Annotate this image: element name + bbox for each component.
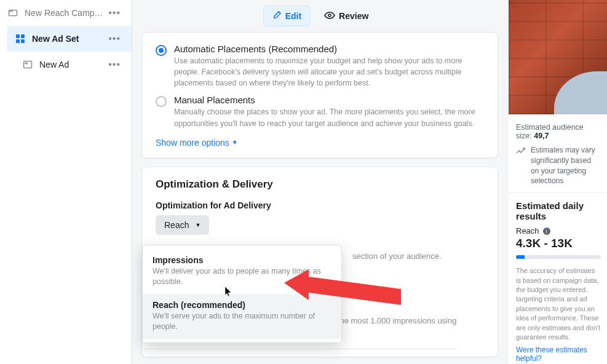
placements-card: Automatic Placements (Recommended) Use a… — [141, 32, 498, 158]
dropdown-option-reach[interactable]: Reach (recommended) We'll serve your ads… — [143, 294, 341, 339]
reach-progress-fill — [516, 255, 525, 259]
edit-button[interactable]: Edit — [263, 6, 311, 26]
sidebar-item-campaign[interactable]: New Reach Campai… ••• — [0, 0, 132, 26]
reach-range: 4.3K - 13K — [516, 237, 601, 250]
placement-manual-option[interactable]: Manual Placements Manually choose the pl… — [156, 95, 484, 129]
preview-thumbnail — [509, 0, 607, 114]
caret-down-icon: ▼ — [195, 222, 200, 228]
opt-field-label: Optimization for Ad Delivery — [156, 200, 484, 210]
manual-placements-desc: Manually choose the places to show your … — [174, 106, 482, 129]
section-title: Optimization & Delivery — [156, 178, 484, 191]
svg-rect-5 — [24, 61, 32, 68]
svg-rect-2 — [21, 34, 25, 38]
review-label: Review — [339, 11, 368, 21]
main-panel: Automatic Placements (Recommended) Use a… — [141, 32, 498, 364]
svg-rect-4 — [21, 39, 25, 43]
right-panel: Estimated audience size: 49,7 Estimates … — [509, 0, 607, 364]
radio-checked-icon[interactable] — [156, 45, 167, 56]
daily-results-section: Estimated daily results Reach i 4.3K - 1… — [509, 192, 607, 364]
review-button[interactable]: Review — [318, 7, 375, 26]
sidebar-item-label: New Ad Set — [32, 34, 105, 44]
estimate-variance-note: Estimates may vary significantly based o… — [516, 145, 601, 186]
grid-icon — [15, 33, 26, 44]
daily-results-title: Estimated daily results — [516, 200, 601, 221]
svg-point-7 — [328, 14, 331, 17]
sidebar-item-label: New Reach Campai… — [25, 8, 105, 18]
reach-label: Reach i — [516, 226, 601, 235]
radio-unchecked-icon[interactable] — [156, 96, 167, 107]
sidebar-item-adset[interactable]: New Ad Set ••• — [7, 26, 132, 52]
ad-icon — [22, 59, 33, 70]
trend-icon — [516, 146, 526, 155]
more-icon[interactable]: ••• — [105, 32, 124, 46]
dropdown-option-impressions[interactable]: Impressions We'll deliver your ads to pe… — [143, 249, 341, 294]
audience-hint-text: section of your audience. — [352, 251, 442, 261]
auto-placements-title: Automatic Placements (Recommended) — [174, 44, 482, 54]
audience-size-section: Estimated audience size: 49,7 Estimates … — [509, 114, 607, 192]
placement-auto-option[interactable]: Automatic Placements (Recommended) Use a… — [156, 44, 484, 89]
audience-size-row: Estimated audience size: 49,7 — [516, 123, 601, 140]
manual-placements-title: Manual Placements — [174, 95, 482, 105]
svg-rect-6 — [25, 63, 28, 65]
sidebar-item-label: New Ad — [39, 60, 105, 69]
left-nav: New Reach Campai… ••• New Ad Set ••• New… — [0, 0, 132, 364]
accuracy-disclaimer: The accuracy of estimates is based on ca… — [516, 266, 601, 342]
more-icon[interactable]: ••• — [105, 58, 124, 71]
select-value: Reach — [164, 220, 189, 230]
optimization-select[interactable]: Reach ▼ — [156, 215, 209, 235]
estimates-helpful-link[interactable]: Were these estimates helpful? — [516, 346, 601, 363]
caret-down-icon: ▼ — [232, 139, 238, 146]
edit-label: Edit — [285, 11, 301, 21]
optimization-delivery-card: Optimization & Delivery Optimization for… — [141, 167, 498, 357]
folder-icon — [7, 7, 18, 18]
info-icon[interactable]: i — [543, 228, 550, 235]
auto-placements-desc: Use automatic placements to maximize you… — [174, 55, 482, 89]
reach-progress-bar — [516, 255, 601, 259]
eye-icon — [324, 11, 335, 22]
top-actions: Edit Review — [141, 4, 496, 28]
more-icon[interactable]: ••• — [105, 6, 124, 20]
show-more-options-link[interactable]: Show more options ▼ — [156, 138, 238, 148]
svg-rect-3 — [16, 39, 20, 43]
person-shoulder — [554, 71, 607, 114]
optimization-dropdown: Impressions We'll deliver your ads to pe… — [142, 245, 342, 343]
svg-rect-1 — [16, 34, 20, 38]
pencil-icon — [272, 10, 282, 22]
sidebar-item-ad[interactable]: New Ad ••• — [15, 52, 132, 77]
